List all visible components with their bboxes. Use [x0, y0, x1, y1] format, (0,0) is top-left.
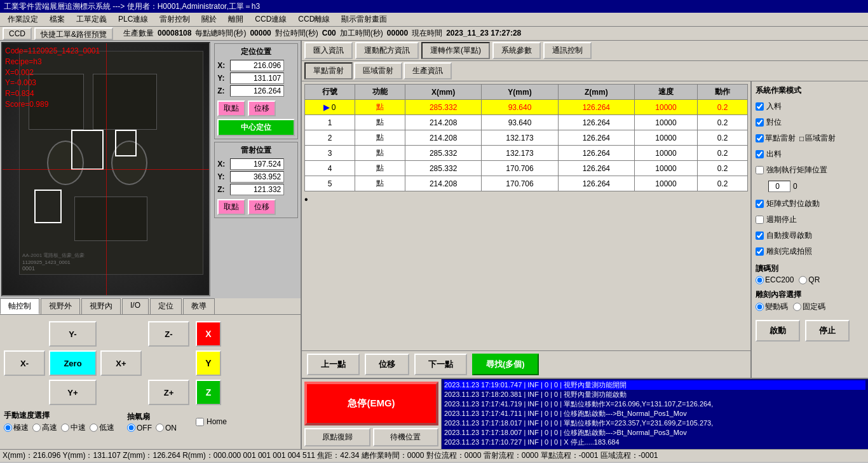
- table-z[interactable]: 126.264: [558, 130, 634, 146]
- menu-laser-screen[interactable]: 顯示雷射畫面: [336, 13, 392, 26]
- cb-auto-search[interactable]: [756, 232, 764, 240]
- move-btn-table[interactable]: 位移: [365, 354, 409, 375]
- laser-z-input[interactable]: [230, 184, 284, 195]
- menu-ccd-disconnect[interactable]: CCD離線: [293, 13, 335, 26]
- menu-workorder[interactable]: 工單定義: [71, 13, 112, 26]
- menu-plc[interactable]: PLC連線: [113, 13, 153, 26]
- tab-axis-ctrl[interactable]: 軸控制: [0, 298, 39, 314]
- rtab-import[interactable]: 匯入資訊: [304, 42, 353, 59]
- fan-on[interactable]: ON: [156, 424, 177, 432]
- stab-area-laser[interactable]: 區域雷射: [354, 62, 402, 79]
- table-action[interactable]: 0.2: [698, 146, 748, 161]
- engrave-variable[interactable]: 變動碼: [756, 301, 788, 312]
- table-func[interactable]: 點: [355, 176, 405, 191]
- menu-files[interactable]: 檔案: [44, 13, 70, 26]
- table-action[interactable]: 0.2: [698, 176, 748, 191]
- menu-laser-ctrl[interactable]: 雷射控制: [154, 13, 195, 26]
- locate-x-input[interactable]: [230, 60, 284, 71]
- table-row[interactable]: ▶ 0: [305, 100, 355, 115]
- locate-y-input[interactable]: [230, 73, 284, 84]
- table-row[interactable]: 4: [305, 161, 355, 176]
- rtab-sys-param[interactable]: 系統參數: [492, 42, 541, 59]
- locate-z-input[interactable]: [230, 85, 284, 97]
- zero-btn[interactable]: Zero: [49, 350, 97, 376]
- menu-settings[interactable]: 作業設定: [3, 13, 43, 26]
- z-axis-btn[interactable]: Z: [196, 380, 221, 405]
- table-action[interactable]: 0.2: [698, 130, 748, 146]
- table-x[interactable]: 285.332: [405, 161, 481, 176]
- table-y[interactable]: 93.640: [482, 115, 558, 130]
- laser-y-input[interactable]: [230, 171, 284, 183]
- barcode-ecc200[interactable]: ECC200: [756, 275, 794, 284]
- cb-photo-done[interactable]: [756, 247, 764, 256]
- quick-tab[interactable]: 快捷工單&路徑預覽: [34, 27, 113, 40]
- engrave-fixed[interactable]: 固定碼: [793, 301, 825, 312]
- origin-return-btn[interactable]: 原點復歸: [304, 428, 370, 446]
- table-speed[interactable]: 10000: [635, 115, 698, 130]
- table-speed[interactable]: 10000: [635, 130, 698, 146]
- tab-position[interactable]: 定位: [150, 298, 182, 314]
- next-point-btn[interactable]: 下一點: [414, 354, 467, 375]
- table-x[interactable]: 214.208: [405, 115, 481, 130]
- speed-mid[interactable]: 中速: [61, 422, 86, 433]
- table-x[interactable]: 285.332: [405, 146, 481, 161]
- locate-take-btn[interactable]: 取點: [217, 100, 245, 116]
- table-y[interactable]: 93.640: [482, 100, 558, 115]
- z-minus-btn[interactable]: Z-: [148, 321, 189, 347]
- cb-output[interactable]: [756, 150, 764, 158]
- table-row[interactable]: 3: [305, 146, 355, 161]
- standby-btn[interactable]: 待機位置: [373, 428, 439, 446]
- z-plus-btn[interactable]: Z+: [148, 380, 189, 405]
- speed-low[interactable]: 低速: [90, 422, 114, 433]
- table-func[interactable]: 點: [355, 146, 405, 161]
- table-speed[interactable]: 10000: [635, 176, 698, 191]
- menu-exit[interactable]: 離開: [223, 13, 248, 26]
- tab-teach[interactable]: 教導: [183, 298, 215, 314]
- table-speed[interactable]: 10000: [635, 161, 698, 176]
- laser-take-btn[interactable]: 取點: [217, 199, 245, 215]
- cb-force-matrix[interactable]: [756, 166, 764, 174]
- start-btn[interactable]: 啟動: [756, 320, 800, 342]
- table-row[interactable]: 2: [305, 130, 355, 146]
- table-z[interactable]: 126.264: [558, 100, 634, 115]
- table-x[interactable]: 214.208: [405, 176, 481, 191]
- home-checkbox[interactable]: [196, 418, 204, 426]
- search-multi-btn[interactable]: 尋找(多個): [472, 354, 539, 375]
- menu-about[interactable]: 關於: [196, 13, 222, 26]
- table-speed[interactable]: 10000: [635, 100, 698, 115]
- stab-production[interactable]: 生產資訊: [403, 62, 452, 79]
- x-axis-btn[interactable]: X: [196, 321, 221, 347]
- cb-single-laser[interactable]: [756, 134, 764, 142]
- table-row[interactable]: 5: [305, 176, 355, 191]
- laser-move-btn[interactable]: 位移: [248, 199, 276, 215]
- tab-io[interactable]: I/O: [122, 298, 149, 314]
- table-z[interactable]: 126.264: [558, 176, 634, 191]
- table-row[interactable]: 1: [305, 115, 355, 130]
- speed-fast[interactable]: 極速: [4, 422, 29, 433]
- tab-view-in[interactable]: 視野內: [81, 298, 121, 314]
- home-checkbox-row[interactable]: Home: [196, 417, 227, 426]
- rtab-motion[interactable]: 運動配方資訊: [355, 42, 419, 59]
- table-func[interactable]: 點: [355, 161, 405, 176]
- cb-input[interactable]: [756, 102, 764, 111]
- cb-align[interactable]: [756, 118, 764, 127]
- table-action[interactable]: 0.2: [698, 161, 748, 176]
- table-y[interactable]: 132.173: [482, 130, 558, 146]
- table-action[interactable]: 0.2: [698, 100, 748, 115]
- table-y[interactable]: 170.706: [482, 176, 558, 191]
- laser-x-input[interactable]: [230, 158, 284, 170]
- table-y[interactable]: 170.706: [482, 161, 558, 176]
- y-minus-btn[interactable]: Y-: [49, 321, 97, 347]
- menu-ccd-connect[interactable]: CCD連線: [250, 13, 292, 26]
- table-func[interactable]: 點: [355, 115, 405, 130]
- table-speed[interactable]: 10000: [635, 146, 698, 161]
- rtab-comm[interactable]: 通訊控制: [543, 42, 592, 59]
- cb-matrix-align[interactable]: [756, 200, 764, 208]
- table-z[interactable]: 126.264: [558, 115, 634, 130]
- y-axis-btn[interactable]: Y: [196, 350, 221, 376]
- speed-high[interactable]: 高速: [32, 422, 57, 433]
- table-func[interactable]: 點: [355, 130, 405, 146]
- table-action[interactable]: 0.2: [698, 115, 748, 130]
- barcode-qr[interactable]: QR: [799, 275, 820, 284]
- table-func[interactable]: 點: [355, 100, 405, 115]
